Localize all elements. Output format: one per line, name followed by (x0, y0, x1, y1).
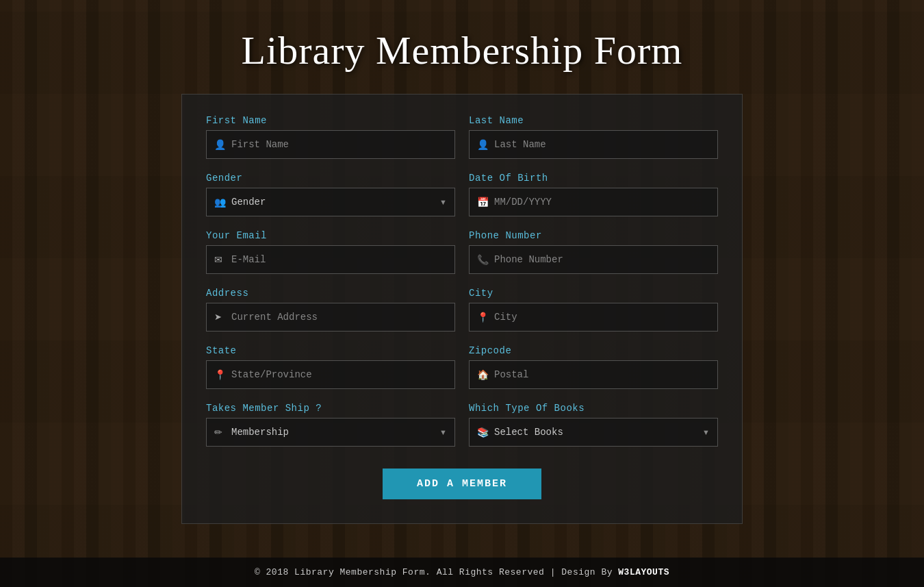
row-address-city: Address ➤ City 📍 (206, 288, 718, 340)
postal-icon: 🏠 (477, 369, 489, 381)
email-input[interactable] (206, 245, 455, 274)
label-last-name: Last Name (469, 115, 718, 126)
footer-copyright: © 2018 Library Membership Form. (255, 567, 431, 577)
row-email-phone: Your Email ✉ Phone Number 📞 (206, 230, 718, 282)
row-state-zip: State 📍 Zipcode 🏠 (206, 345, 718, 397)
group-membership: Takes Member Ship ? ✏ Membership Basic S… (206, 403, 455, 447)
footer-designer: W3LAYOUTS (618, 567, 669, 577)
state-input[interactable] (206, 360, 455, 389)
zip-input[interactable] (469, 360, 718, 389)
input-wrapper-phone: 📞 (469, 245, 718, 274)
edit-icon: ✏ (214, 427, 222, 438)
label-first-name: First Name (206, 115, 455, 126)
group-phone: Phone Number 📞 (469, 230, 718, 274)
phone-input[interactable] (469, 245, 718, 274)
group-address: Address ➤ (206, 288, 455, 332)
label-dob: Date Of Birth (469, 173, 718, 184)
city-input[interactable] (469, 303, 718, 332)
input-wrapper-zip: 🏠 (469, 360, 718, 389)
input-wrapper-dob: 📅 (469, 188, 718, 216)
footer-text: © 2018 Library Membership Form. All Righ… (255, 567, 669, 577)
label-state: State (206, 345, 455, 356)
person-icon-last: 👤 (477, 139, 489, 151)
submit-row: ADD A MEMBER (206, 469, 718, 499)
input-wrapper-last-name: 👤 (469, 130, 718, 159)
group-books: Which Type Of Books 📚 Select Books Ficti… (469, 403, 718, 447)
page-title: Library Membership Form (228, 0, 697, 94)
row-membership-books: Takes Member Ship ? ✏ Membership Basic S… (206, 403, 718, 455)
group-last-name: Last Name 👤 (469, 115, 718, 159)
phone-icon: 📞 (477, 254, 489, 266)
group-zip: Zipcode 🏠 (469, 345, 718, 389)
calendar-icon: 📅 (477, 197, 489, 208)
group-dob: Date Of Birth 📅 (469, 173, 718, 216)
row-name: First Name 👤 Last Name 👤 (206, 115, 718, 167)
label-books: Which Type Of Books (469, 403, 718, 414)
label-zip: Zipcode (469, 345, 718, 356)
gender-select[interactable]: Gender Male Female Other (206, 188, 455, 216)
label-email: Your Email (206, 230, 455, 241)
label-address: Address (206, 288, 455, 299)
label-membership: Takes Member Ship ? (206, 403, 455, 414)
label-phone: Phone Number (469, 230, 718, 241)
dob-input[interactable] (469, 188, 718, 216)
input-wrapper-first-name: 👤 (206, 130, 455, 159)
book-icon: 📚 (477, 427, 489, 438)
group-state: State 📍 (206, 345, 455, 389)
group-city: City 📍 (469, 288, 718, 332)
books-select[interactable]: Select Books Fiction Non-Fiction Science… (469, 418, 718, 447)
input-wrapper-email: ✉ (206, 245, 455, 274)
group-email: Your Email ✉ (206, 230, 455, 274)
input-wrapper-city: 📍 (469, 303, 718, 332)
footer: © 2018 Library Membership Form. All Righ… (0, 558, 924, 587)
page-wrapper: Library Membership Form First Name 👤 Las… (0, 0, 924, 587)
group-gender: Gender 👥 Gender Male Female Other (206, 173, 455, 216)
first-name-input[interactable] (206, 130, 455, 159)
location-icon: ➤ (214, 312, 222, 323)
state-pin-icon: 📍 (214, 369, 226, 381)
address-input[interactable] (206, 303, 455, 332)
membership-select[interactable]: Membership Basic Standard Premium (206, 418, 455, 447)
input-wrapper-address: ➤ (206, 303, 455, 332)
footer-separator: | (550, 567, 556, 577)
footer-design: Design By (561, 567, 618, 577)
input-wrapper-state: 📍 (206, 360, 455, 389)
label-gender: Gender (206, 173, 455, 184)
last-name-input[interactable] (469, 130, 718, 159)
gender-icon: 👥 (214, 197, 226, 208)
select-wrapper-books: 📚 Select Books Fiction Non-Fiction Scien… (469, 418, 718, 447)
footer-rights: All Rights Reserved (437, 567, 550, 577)
add-member-button[interactable]: ADD A MEMBER (383, 469, 541, 499)
group-first-name: First Name 👤 (206, 115, 455, 159)
form-container: First Name 👤 Last Name 👤 Gender 👥 (181, 94, 743, 524)
person-icon-first: 👤 (214, 139, 226, 151)
email-icon: ✉ (214, 254, 222, 266)
select-wrapper-gender: 👥 Gender Male Female Other (206, 188, 455, 216)
label-city: City (469, 288, 718, 299)
row-gender-dob: Gender 👥 Gender Male Female Other Date O… (206, 173, 718, 225)
select-wrapper-membership: ✏ Membership Basic Standard Premium (206, 418, 455, 447)
pin-icon: 📍 (477, 312, 489, 323)
